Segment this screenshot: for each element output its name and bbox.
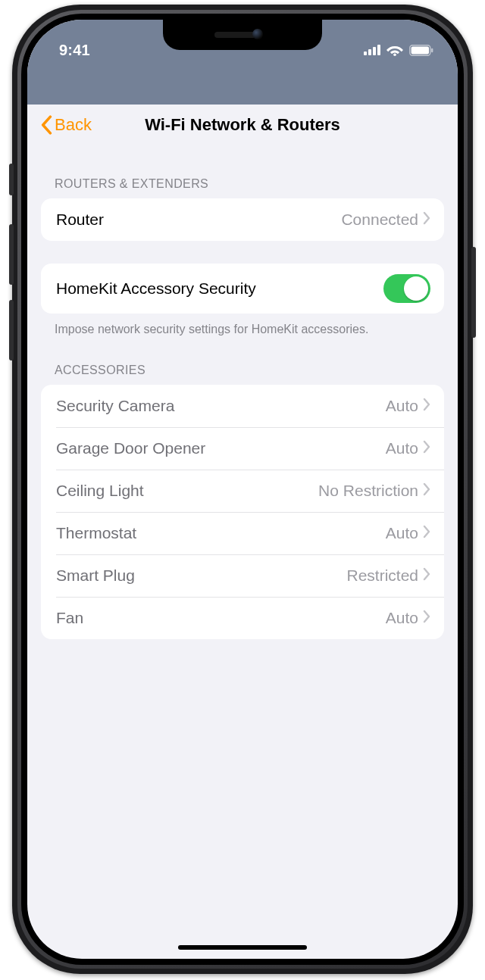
- svg-rect-3: [377, 45, 380, 55]
- router-row-value: Connected: [341, 211, 418, 229]
- svg-rect-1: [368, 49, 371, 55]
- chevron-left-icon: [39, 115, 53, 135]
- phone-frame: 9:41: [12, 5, 473, 974]
- accessory-row-value: Auto: [386, 609, 418, 627]
- accessory-row-value: No Restriction: [318, 482, 418, 500]
- accessory-row-value: Auto: [386, 397, 418, 415]
- accessory-row[interactable]: Garage Door OpenerAuto: [41, 427, 444, 470]
- content-area: ROUTERS & EXTENDERS Router Connected: [27, 150, 458, 959]
- wifi-icon: [386, 44, 403, 56]
- volume-down-button: [9, 300, 14, 360]
- accessory-row-value: Restricted: [346, 566, 418, 585]
- accessory-row[interactable]: Security CameraAuto: [41, 385, 444, 427]
- accessories-card: Security CameraAutoGarage Door OpenerAut…: [41, 385, 444, 639]
- chevron-right-icon: [423, 211, 430, 228]
- router-row-label: Router: [56, 211, 341, 229]
- accessory-row[interactable]: Ceiling LightNo Restriction: [41, 470, 444, 512]
- accessory-row-label: Security Camera: [56, 397, 386, 415]
- chevron-right-icon: [423, 525, 430, 541]
- accessory-row[interactable]: FanAuto: [41, 597, 444, 639]
- svg-rect-6: [411, 46, 429, 54]
- home-indicator[interactable]: [178, 945, 307, 950]
- chevron-right-icon: [423, 398, 430, 414]
- homekit-security-row[interactable]: HomeKit Accessory Security: [41, 264, 444, 314]
- svg-point-4: [393, 53, 396, 56]
- svg-rect-7: [431, 48, 433, 51]
- chevron-right-icon: [423, 610, 430, 626]
- section-header-routers: ROUTERS & EXTENDERS: [41, 177, 444, 198]
- section-header-accessories: ACCESSORIES: [41, 364, 444, 385]
- silence-switch: [9, 164, 14, 195]
- chevron-right-icon: [423, 567, 430, 584]
- accessory-row-label: Thermostat: [56, 524, 386, 542]
- chevron-right-icon: [423, 440, 430, 457]
- notch: [163, 20, 322, 50]
- router-row[interactable]: Router Connected: [41, 198, 444, 241]
- accessory-row[interactable]: ThermostatAuto: [41, 512, 444, 554]
- page-title: Wi-Fi Network & Routers: [27, 115, 458, 135]
- front-camera: [252, 29, 263, 39]
- power-button: [471, 247, 476, 338]
- accessory-row-label: Garage Door Opener: [56, 439, 386, 457]
- accessory-row-value: Auto: [386, 524, 418, 542]
- accessory-row-label: Smart Plug: [56, 566, 346, 585]
- svg-rect-0: [364, 51, 367, 55]
- battery-icon: [409, 45, 433, 56]
- screen: 9:41: [27, 20, 458, 959]
- svg-rect-2: [373, 47, 376, 55]
- status-time: 9:41: [59, 42, 90, 59]
- cellular-icon: [364, 45, 380, 55]
- security-footer-text: Impose network security settings for Hom…: [41, 314, 444, 338]
- security-row-label: HomeKit Accessory Security: [56, 279, 383, 298]
- security-card: HomeKit Accessory Security: [41, 264, 444, 314]
- accessory-row-label: Fan: [56, 609, 386, 627]
- back-label: Back: [55, 115, 92, 135]
- volume-up-button: [9, 224, 14, 285]
- accessory-row[interactable]: Smart PlugRestricted: [41, 554, 444, 597]
- chevron-right-icon: [423, 482, 430, 499]
- router-card: Router Connected: [41, 198, 444, 241]
- toggle-knob: [404, 276, 428, 301]
- accessory-row-value: Auto: [386, 439, 418, 457]
- status-indicators: [364, 44, 433, 56]
- security-toggle[interactable]: [383, 274, 430, 303]
- accessory-row-label: Ceiling Light: [56, 482, 318, 500]
- back-button[interactable]: Back: [39, 115, 92, 135]
